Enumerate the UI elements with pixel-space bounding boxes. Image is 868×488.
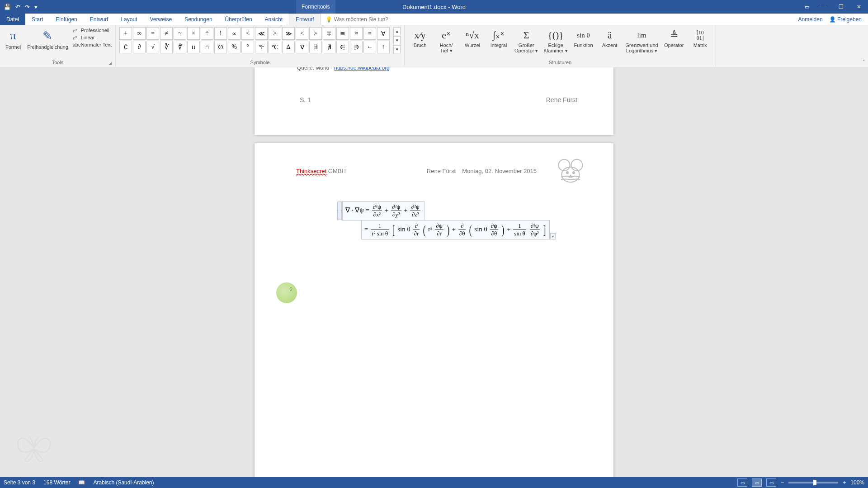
symbol-33[interactable]: ∇ <box>296 41 308 53</box>
symbols-scroll-up[interactable]: ▴ <box>393 27 401 35</box>
struct-integral-button[interactable]: ∫ₓˣIntegral <box>487 27 510 49</box>
symbol-13[interactable]: ≤ <box>296 27 308 40</box>
symbol-17[interactable]: ≈ <box>350 27 363 40</box>
symbol-29[interactable]: ° <box>241 41 254 53</box>
symbol-6[interactable]: ÷ <box>201 27 213 40</box>
struct-fraction-button[interactable]: x⁄yBruch <box>408 27 432 49</box>
zoom-level[interactable]: 100% <box>850 479 864 486</box>
symbol-30[interactable]: ℉ <box>255 41 268 53</box>
equation-line-2[interactable]: = 1r² sin θ [ sin θ ∂∂r ( r² ∂ψ∂r ) + ∂∂… <box>361 220 550 239</box>
tab-verweise[interactable]: Verweise <box>143 14 178 25</box>
symbol-20[interactable]: ∁ <box>119 41 132 53</box>
struct-script-button[interactable]: eˣHoch/ Tief ▾ <box>434 27 458 54</box>
symbol-27[interactable]: ∅ <box>214 41 227 53</box>
professional-button[interactable]: 𝑒ˣProfessionell <box>73 27 112 33</box>
struct-bracket-button[interactable]: {()}Eckige Klammer ▾ <box>542 27 569 54</box>
symbol-16[interactable]: ≅ <box>336 27 349 40</box>
symbol-25[interactable]: ∪ <box>187 41 200 53</box>
normal-text-button[interactable]: abcNormaler Text <box>73 42 112 48</box>
symbol-7[interactable]: ! <box>214 27 227 40</box>
symbol-36[interactable]: ∈ <box>336 41 349 53</box>
view-web-layout[interactable]: ▭ <box>766 479 776 487</box>
symbol-22[interactable]: √ <box>146 41 159 53</box>
collapse-ribbon-icon[interactable]: ˄ <box>863 59 865 65</box>
symbol-4[interactable]: ~ <box>174 27 186 40</box>
tools-dialog-launcher[interactable]: ◢ <box>108 61 112 66</box>
symbol-31[interactable]: ℃ <box>269 41 281 53</box>
tab-layout[interactable]: Layout <box>114 14 143 25</box>
close-button[interactable]: ✕ <box>850 0 868 14</box>
equation-move-handle[interactable]: ⋮⋮ <box>337 202 342 220</box>
zoom-out-button[interactable]: − <box>781 479 784 486</box>
symbol-18[interactable]: ≡ <box>363 27 376 40</box>
symbol-32[interactable]: ∆ <box>282 41 295 53</box>
struct-accent-button[interactable]: äAkzent <box>598 27 622 49</box>
struct-limit-button[interactable]: limGrenzwert und Logarithmus ▾ <box>624 27 660 54</box>
minimize-button[interactable]: — <box>814 0 832 14</box>
symbol-24[interactable]: ∜ <box>174 41 186 53</box>
qat-save[interactable]: 💾 <box>4 4 11 10</box>
symbol-12[interactable]: ≫ <box>282 27 295 40</box>
tab-entwurf-equation[interactable]: Entwurf <box>289 14 321 25</box>
status-language[interactable]: Arabisch (Saudi-Arabien) <box>93 479 154 486</box>
struct-operator-button[interactable]: ≜Operator <box>662 27 686 49</box>
symbol-11[interactable]: > <box>269 27 281 40</box>
symbol-10[interactable]: ≪ <box>255 27 268 40</box>
struct-function-button[interactable]: sin θFunktion <box>572 27 595 49</box>
tell-me-search[interactable]: 💡 Was möchten Sie tun? <box>321 14 388 25</box>
tab-ueberpruefen[interactable]: Überprüfen <box>219 14 259 25</box>
tab-ansicht[interactable]: Ansicht <box>259 14 289 25</box>
view-print-layout[interactable]: ▭ <box>752 479 762 487</box>
formula-button[interactable]: π Formel <box>4 27 23 51</box>
tab-datei[interactable]: Datei <box>0 14 25 25</box>
tab-start[interactable]: Start <box>25 14 49 25</box>
signin-link[interactable]: Anmelden <box>798 16 823 23</box>
maximize-button[interactable]: ❐ <box>832 0 850 14</box>
symbol-19[interactable]: ∀ <box>377 27 390 40</box>
symbol-9[interactable]: < <box>241 27 254 40</box>
status-proofing-icon[interactable]: 📖 <box>78 479 85 486</box>
struct-largeop-button[interactable]: ΣGroßer Operator ▾ <box>513 27 539 54</box>
qat-customize[interactable]: ▾ <box>34 4 38 10</box>
symbol-28[interactable]: % <box>228 41 241 53</box>
status-word-count[interactable]: 168 Wörter <box>43 479 70 486</box>
equation-options-dropdown[interactable]: ▾ <box>550 233 556 239</box>
qat-undo[interactable]: ↶ <box>15 4 20 10</box>
qat-redo[interactable]: ↷ <box>25 4 30 10</box>
view-read-mode[interactable]: ▭ <box>737 479 747 487</box>
symbols-more[interactable]: ▾ <box>393 45 401 53</box>
ink-equation-button[interactable]: ✎ Freihandgleichung <box>25 27 70 51</box>
source-link[interactable]: https://de.wikipedia.org <box>334 67 390 71</box>
symbol-5[interactable]: × <box>187 27 200 40</box>
tab-entwurf-design[interactable]: Entwurf <box>84 14 115 25</box>
struct-radical-button[interactable]: ⁿ√xWurzel <box>461 27 484 49</box>
symbol-37[interactable]: ∋ <box>350 41 363 53</box>
tab-sendungen[interactable]: Sendungen <box>178 14 218 25</box>
document-canvas[interactable]: Quelle: Mond - https://de.wikipedia.org … <box>0 67 868 477</box>
symbol-21[interactable]: ∂ <box>133 41 146 53</box>
symbol-15[interactable]: ∓ <box>323 27 335 40</box>
symbol-35[interactable]: ∄ <box>323 41 335 53</box>
symbol-14[interactable]: ≥ <box>309 27 322 40</box>
equation-container[interactable]: ⋮⋮ ∇ · ∇ψ = ∂²ψ∂x² + ∂²ψ∂y² + ∂²ψ∂z² = 1… <box>342 201 550 239</box>
symbol-3[interactable]: ≠ <box>160 27 173 40</box>
symbols-scroll-down[interactable]: ▾ <box>393 36 401 44</box>
struct-matrix-button[interactable]: [10 01]Matrix <box>689 27 712 49</box>
status-page[interactable]: Seite 3 von 3 <box>4 479 35 486</box>
symbol-1[interactable]: ∞ <box>133 27 146 40</box>
symbol-38[interactable]: ← <box>363 41 376 53</box>
symbol-39[interactable]: ↑ <box>377 41 390 53</box>
symbol-26[interactable]: ∩ <box>201 41 213 53</box>
symbol-34[interactable]: ∃ <box>309 41 322 53</box>
symbol-8[interactable]: ∝ <box>228 27 241 40</box>
symbol-23[interactable]: ∛ <box>160 41 173 53</box>
symbol-0[interactable]: ± <box>119 27 132 40</box>
symbol-2[interactable]: = <box>146 27 159 40</box>
equation-line-1[interactable]: ⋮⋮ ∇ · ∇ψ = ∂²ψ∂x² + ∂²ψ∂y² + ∂²ψ∂z² <box>342 201 425 221</box>
zoom-in-button[interactable]: + <box>843 479 846 486</box>
tab-einfuegen[interactable]: Einfügen <box>49 14 83 25</box>
ribbon-display-options-icon[interactable]: ▭ <box>800 0 814 14</box>
zoom-slider[interactable] <box>788 482 838 483</box>
linear-button[interactable]: 𝑒ˣLinear <box>73 34 112 41</box>
share-button[interactable]: 👤 Freigeben <box>829 16 862 23</box>
